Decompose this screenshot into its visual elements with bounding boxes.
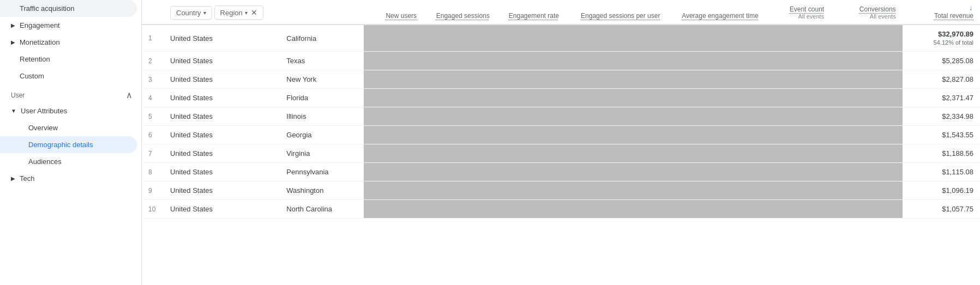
row-number: 1 <box>142 25 164 52</box>
col-header-conversions[interactable]: Conversions All events <box>831 0 902 25</box>
sidebar-item-label: Traffic acquisition <box>20 4 74 13</box>
col-header-avg-engagement-time[interactable]: Average engagement time <box>666 0 765 25</box>
cell-engaged-sessions <box>423 200 496 219</box>
cell-engaged-sessions <box>423 107 496 126</box>
col-header-event-count[interactable]: Event count All events <box>765 0 831 25</box>
cell-total-revenue: $1,096.19 <box>903 181 980 200</box>
col-label-engaged-sessions-per-user: Engaged sessions per user <box>581 12 660 20</box>
cell-country[interactable]: United States <box>164 70 280 89</box>
cell-engaged-sessions-per-user <box>566 126 667 144</box>
col-header-new-users[interactable]: New users <box>364 0 424 25</box>
table-row: 9United StatesWashington$1,096.19 <box>142 181 980 200</box>
cell-engagement-rate <box>496 25 566 52</box>
cell-event-count <box>765 181 831 200</box>
sidebar-item-label: User Attributes <box>21 107 67 115</box>
col-header-country[interactable]: Country ▾ Region ▾ ✕ <box>164 0 280 25</box>
cell-country[interactable]: United States <box>164 200 280 219</box>
col-label-event-count: Event count <box>790 5 824 13</box>
col-header-total-revenue[interactable]: ↓ Total revenue <box>903 0 980 25</box>
data-table: Country ▾ Region ▾ ✕ <box>142 0 980 219</box>
col-header-region <box>280 0 363 25</box>
sidebar-item-engagement[interactable]: ▶ Engagement <box>0 17 137 34</box>
cell-country[interactable]: United States <box>164 163 280 181</box>
cell-engaged-sessions-per-user <box>566 181 667 200</box>
sort-desc-icon: ↓ <box>969 4 972 12</box>
chevron-down-icon: ▾ <box>203 10 206 16</box>
country-filter-chip[interactable]: Country ▾ <box>170 6 212 20</box>
chevron-right-icon: ▶ <box>11 22 15 28</box>
sidebar-item-label: Audiences <box>28 157 62 166</box>
cell-country[interactable]: United States <box>164 89 280 107</box>
sidebar-item-custom[interactable]: Custom <box>0 68 137 84</box>
cell-new-users <box>364 52 424 70</box>
cell-event-count <box>765 107 831 126</box>
cell-conversions <box>831 107 902 126</box>
cell-country[interactable]: United States <box>164 181 280 200</box>
cell-engaged-sessions-per-user <box>566 89 667 107</box>
cell-conversions <box>831 89 902 107</box>
cell-new-users <box>364 126 424 144</box>
sidebar-item-demographic-details[interactable]: Demographic details <box>0 136 137 153</box>
row-number: 3 <box>142 70 164 89</box>
sidebar-item-retention[interactable]: Retention <box>0 51 137 68</box>
cell-avg-engagement-time <box>666 163 765 181</box>
cell-engagement-rate <box>496 181 566 200</box>
table-row: 3United StatesNew York$2,827.08 <box>142 70 980 89</box>
row-number: 2 <box>142 52 164 70</box>
col-label-new-users: New users <box>386 12 417 20</box>
cell-avg-engagement-time <box>666 52 765 70</box>
cell-avg-engagement-time <box>666 25 765 52</box>
cell-engagement-rate <box>496 89 566 107</box>
cell-region: Virginia <box>280 144 363 163</box>
cell-new-users <box>364 70 424 89</box>
cell-engaged-sessions-per-user <box>566 107 667 126</box>
col-label-avg-engagement-time: Average engagement time <box>682 12 759 20</box>
sidebar: Traffic acquisition ▶ Engagement ▶ Monet… <box>0 0 142 285</box>
col-label-conversions: Conversions <box>859 5 896 13</box>
cell-engaged-sessions <box>423 163 496 181</box>
cell-engaged-sessions <box>423 126 496 144</box>
cell-country[interactable]: United States <box>164 107 280 126</box>
col-header-engagement-rate[interactable]: Engagement rate <box>496 0 566 25</box>
cell-total-revenue: $32,970.8954.12% of total <box>903 25 980 52</box>
sidebar-item-overview[interactable]: Overview <box>0 119 137 136</box>
table-row: 7United StatesVirginia$1,188.56 <box>142 144 980 163</box>
cell-country[interactable]: United States <box>164 52 280 70</box>
sidebar-item-traffic-acquisition[interactable]: Traffic acquisition <box>0 0 137 17</box>
cell-new-users <box>364 107 424 126</box>
close-icon[interactable]: ✕ <box>251 8 257 17</box>
sidebar-item-monetization[interactable]: ▶ Monetization <box>0 34 137 51</box>
sidebar-item-label: Overview <box>28 124 58 132</box>
table-row: 5United StatesIllinois$2,334.98 <box>142 107 980 126</box>
col-header-engaged-sessions[interactable]: Engaged sessions <box>423 0 496 25</box>
expand-icon[interactable]: ∧ <box>126 90 133 100</box>
col-label-engaged-sessions: Engaged sessions <box>436 12 490 20</box>
cell-country[interactable]: United States <box>164 126 280 144</box>
cell-engaged-sessions-per-user <box>566 163 667 181</box>
cell-conversions <box>831 70 902 89</box>
cell-avg-engagement-time <box>666 70 765 89</box>
region-filter-chip[interactable]: Region ▾ ✕ <box>214 5 263 20</box>
cell-engagement-rate <box>496 126 566 144</box>
cell-region: Washington <box>280 181 363 200</box>
cell-new-users <box>364 200 424 219</box>
cell-country[interactable]: United States <box>164 144 280 163</box>
col-header-engaged-sessions-per-user[interactable]: Engaged sessions per user <box>566 0 667 25</box>
cell-event-count <box>765 25 831 52</box>
col-sub-conversions: All events <box>870 13 896 20</box>
cell-engaged-sessions <box>423 89 496 107</box>
sidebar-item-label: Monetization <box>20 38 60 46</box>
cell-country[interactable]: United States <box>164 25 280 52</box>
cell-conversions <box>831 163 902 181</box>
sidebar-item-user-attributes[interactable]: ▼ User Attributes <box>0 102 137 119</box>
sidebar-item-audiences[interactable]: Audiences <box>0 153 137 170</box>
sidebar-item-label: Custom <box>20 72 44 80</box>
cell-total-revenue: $2,371.47 <box>903 89 980 107</box>
cell-region: California <box>280 25 363 52</box>
sidebar-item-tech[interactable]: ▶ Tech <box>0 170 137 187</box>
cell-new-users <box>364 181 424 200</box>
cell-event-count <box>765 70 831 89</box>
cell-engagement-rate <box>496 107 566 126</box>
sidebar-item-label: Tech <box>20 174 34 183</box>
col-header-num <box>142 0 164 25</box>
